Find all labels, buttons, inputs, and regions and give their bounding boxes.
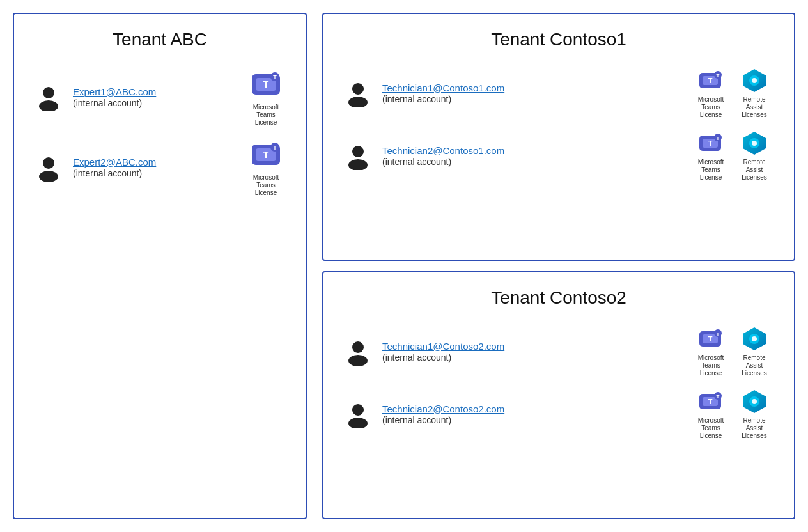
svg-point-0 <box>43 87 54 98</box>
user-row-tech1-c2: Technician1@Contoso2.com (internal accou… <box>344 326 773 377</box>
svg-point-33 <box>752 141 757 146</box>
user-info-tech2-c2: Technician2@Contoso2.com (internal accou… <box>382 403 681 426</box>
user-avatar-tech2-c1 <box>344 142 372 170</box>
tenant-contoso1-box: Tenant Contoso1 Technician1@Contoso1.com… <box>322 13 795 261</box>
svg-text:T: T <box>708 398 713 405</box>
tenant-contoso2-title: Tenant Contoso2 <box>344 288 773 308</box>
user-info-expert1: Expert1@ABC.com (internal account) <box>73 86 231 109</box>
tenant-contoso2-box: Tenant Contoso2 Technician1@Contoso2.com… <box>322 271 795 519</box>
teams-license-item-1: T T Microsoft Teams License <box>247 68 285 127</box>
user-account-tech2-c1: (internal account) <box>382 157 451 167</box>
teams-label-tech2-c1: Microsoft Teams License <box>692 159 730 182</box>
teams-license-item-2: T T Microsoft Teams License <box>247 138 285 197</box>
svg-text:T: T <box>263 79 269 90</box>
user-email-expert2[interactable]: Expert2@ABC.com <box>73 157 231 168</box>
teams-license-label-2: Microsoft Teams License <box>247 174 285 197</box>
teams-license-tech1-c2: T T Microsoft Teams License <box>692 326 730 377</box>
remote-assist-license-tech1-c2: Remote Assist Licenses <box>735 326 773 377</box>
svg-point-35 <box>348 355 368 366</box>
remote-assist-license-tech2-c2: Remote Assist Licenses <box>735 389 773 440</box>
svg-point-14 <box>352 83 364 95</box>
svg-text:T: T <box>717 73 720 79</box>
svg-point-24 <box>352 146 364 157</box>
user-row-expert1: Expert1@ABC.com (internal account) T T M… <box>35 68 285 127</box>
tenant-contoso1-title: Tenant Contoso1 <box>344 29 773 50</box>
svg-point-1 <box>39 100 58 111</box>
teams-label-tech2-c2: Microsoft Teams License <box>692 417 730 440</box>
user-row-tech2-c1: Technician2@Contoso1.com (internal accou… <box>344 130 773 182</box>
remote-assist-label-tech2-c2: Remote Assist Licenses <box>735 417 773 440</box>
svg-point-44 <box>352 404 364 416</box>
user-row-tech2-c2: Technician2@Contoso2.com (internal accou… <box>344 389 773 440</box>
main-layout: Tenant ABC Expert1@ABC.com (internal acc… <box>13 13 795 519</box>
tenant-abc-title: Tenant ABC <box>35 29 285 50</box>
remote-assist-license-tech1-c1: Remote Assist Licenses <box>735 68 773 119</box>
svg-text:T: T <box>717 394 720 400</box>
svg-point-8 <box>39 171 58 182</box>
user-email-tech2-c2[interactable]: Technician2@Contoso2.com <box>382 403 681 414</box>
svg-text:T: T <box>273 74 277 81</box>
user-email-tech2-c1[interactable]: Technician2@Contoso1.com <box>382 145 681 156</box>
abc-license-group-1: T T Microsoft Teams License <box>247 68 285 127</box>
svg-text:T: T <box>717 136 720 141</box>
user-info-tech1-c2: Technician1@Contoso2.com (internal accou… <box>382 341 681 363</box>
user-account-tech1-c2: (internal account) <box>382 352 451 363</box>
user-avatar-tech1-c2 <box>344 338 372 366</box>
user-info-tech2-c1: Technician2@Contoso1.com (internal accou… <box>382 145 681 168</box>
svg-text:T: T <box>708 335 713 343</box>
user-info-tech1-c1: Technician1@Contoso1.com (internal accou… <box>382 82 681 105</box>
user-avatar-expert1 <box>35 83 63 111</box>
license-group-tech2-c1: T T Microsoft Teams License <box>692 130 773 182</box>
user-row-tech1-c1: Technician1@Contoso1.com (internal accou… <box>344 68 773 119</box>
svg-point-7 <box>43 157 54 169</box>
user-account-tech2-c2: (internal account) <box>382 415 451 425</box>
svg-point-43 <box>752 336 757 341</box>
user-email-tech1-c2[interactable]: Technician1@Contoso2.com <box>382 341 681 352</box>
svg-point-45 <box>348 418 368 428</box>
user-account-tech1-c1: (internal account) <box>382 94 451 104</box>
user-avatar-tech2-c2 <box>344 400 372 428</box>
tenant-abc-box: Tenant ABC Expert1@ABC.com (internal acc… <box>13 13 307 519</box>
teams-license-tech2-c1: T T Microsoft Teams License <box>692 130 730 182</box>
remote-assist-label-tech2-c1: Remote Assist Licenses <box>735 159 773 182</box>
user-row-expert2: Expert2@ABC.com (internal account) T T M… <box>35 138 285 197</box>
teams-license-tech2-c2: T T Microsoft Teams License <box>692 389 730 440</box>
svg-point-25 <box>348 159 368 170</box>
svg-text:T: T <box>717 331 720 337</box>
svg-point-53 <box>752 399 757 404</box>
user-email-tech1-c1[interactable]: Technician1@Contoso1.com <box>382 82 681 93</box>
remote-assist-label-tech1-c2: Remote Assist Licenses <box>735 354 773 377</box>
teams-label-tech1-c2: Microsoft Teams License <box>692 354 730 377</box>
user-info-expert2: Expert2@ABC.com (internal account) <box>73 157 231 179</box>
license-group-tech1-c2: T T Microsoft Teams License <box>692 326 773 377</box>
teams-license-label-1: Microsoft Teams License <box>247 104 285 127</box>
remote-assist-license-tech2-c1: Remote Assist Licenses <box>735 130 773 182</box>
user-account-expert1: (internal account) <box>73 98 142 108</box>
user-avatar-tech1-c1 <box>344 79 372 107</box>
license-group-tech2-c2: T T Microsoft Teams License <box>692 389 773 440</box>
svg-text:T: T <box>263 150 269 160</box>
remote-assist-label-tech1-c1: Remote Assist Licenses <box>735 96 773 119</box>
abc-license-group-2: T T Microsoft Teams License <box>247 138 285 197</box>
user-avatar-expert2 <box>35 153 63 182</box>
svg-text:T: T <box>708 77 713 84</box>
svg-point-15 <box>348 97 368 107</box>
svg-text:T: T <box>708 139 713 147</box>
left-panel: Tenant ABC Expert1@ABC.com (internal acc… <box>13 13 307 519</box>
user-account-expert2: (internal account) <box>73 168 142 178</box>
license-group-tech1-c1: T T Microsoft Teams License <box>692 68 773 119</box>
svg-text:T: T <box>273 145 277 151</box>
teams-label-tech1-c1: Microsoft Teams License <box>692 96 730 119</box>
right-panel: Tenant Contoso1 Technician1@Contoso1.com… <box>322 13 795 519</box>
teams-license-tech1-c1: T T Microsoft Teams License <box>692 68 730 119</box>
svg-point-23 <box>752 78 757 83</box>
user-email-expert1[interactable]: Expert1@ABC.com <box>73 86 231 97</box>
svg-point-34 <box>352 341 364 353</box>
